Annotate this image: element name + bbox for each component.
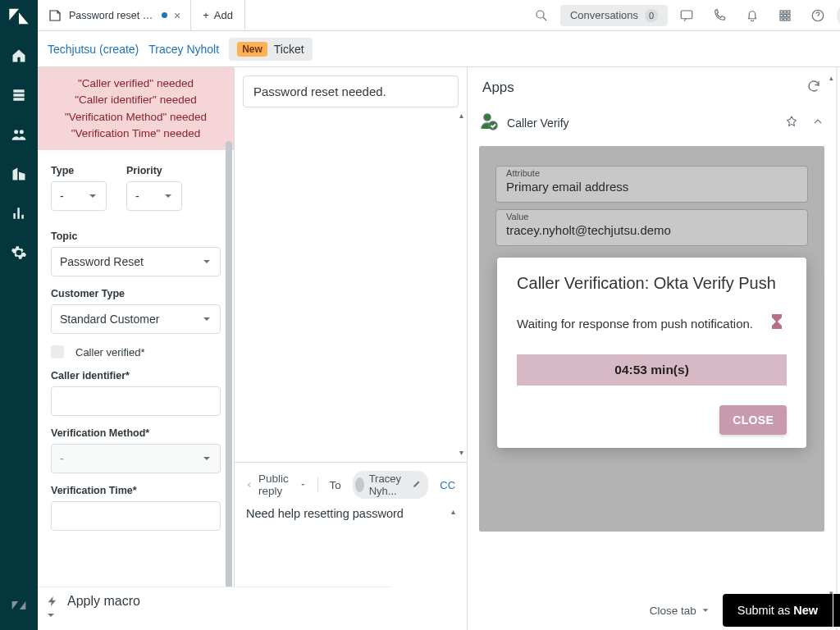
ticket-fields-panel: "Caller verified" needed "Caller identif… [38,67,235,630]
caller-verified-label: Caller verified* [75,346,145,358]
priority-select[interactable]: - [126,181,182,211]
reporting-icon[interactable] [0,197,38,230]
validation-warnings: "Caller verified" needed "Caller identif… [38,67,234,150]
apply-macro-label: Apply macro [67,594,140,609]
svg-rect-3 [784,11,787,13]
search-icon[interactable] [527,2,555,30]
top-header: Password reset need... × + Add Conversat… [38,0,840,31]
verification-time-label: Verification Time* [51,485,221,496]
verification-method-value: - [60,452,64,465]
app-switcher-icon[interactable] [771,2,799,30]
close-tab-label: Close tab [650,605,696,617]
help-icon[interactable] [804,2,832,30]
customers-icon[interactable] [0,118,38,151]
reply-editor[interactable]: Need help resetting password ▴ [246,507,455,597]
chat-icon[interactable] [673,2,701,30]
priority-label: Priority [126,165,182,176]
pin-icon[interactable] [785,115,798,131]
attribute-value: Primary email address [506,180,628,194]
bell-icon[interactable] [738,2,766,30]
plus-icon: + [203,9,209,21]
reply-type-dropdown[interactable]: Public reply [246,472,306,497]
profile-avatar[interactable] [837,3,840,28]
ticket-label: Ticket [274,43,304,56]
reply-text: Need help resetting password [246,507,404,520]
caller-verify-app-icon [479,112,499,135]
ticket-subject-input[interactable]: Password reset needed. [243,75,459,107]
priority-value: - [135,189,139,203]
validation-line: "Verification Time" needed [43,126,229,142]
submit-button[interactable]: Submit as New [723,594,833,627]
customer-type-value: Standard Customer [60,313,159,326]
customer-type-select[interactable]: Standard Customer [51,304,221,334]
type-value: - [60,189,64,203]
attribute-field[interactable]: Attribute Primary email address [495,166,808,203]
edit-icon[interactable] [412,479,422,491]
validation-line: "Caller verified" needed [43,75,229,92]
type-label: Type [51,165,107,176]
svg-point-17 [484,114,491,121]
value-value: tracey.nyholt@techjutsu.demo [506,223,671,237]
views-icon[interactable] [0,79,38,112]
svg-rect-1 [681,11,692,19]
caller-identifier-label: Caller identifier* [51,370,221,381]
verification-modal: Caller Verification: Okta Verify Push Wa… [497,258,806,448]
countdown-timer: 04:53 min(s) [517,354,787,386]
submit-prefix: Submit as [737,604,790,617]
unsaved-dot-icon [162,12,167,18]
close-tab-button[interactable]: Close tab [637,605,723,617]
organizations-icon[interactable] [0,158,38,190]
conversations-count: 0 [645,9,658,22]
collapse-up-icon[interactable]: ▴ [451,507,455,516]
close-tab-icon[interactable]: × [174,10,180,21]
modal-title: Caller Verification: Okta Verify Push [517,274,787,293]
add-tab-label: Add [214,9,233,21]
add-tab-button[interactable]: + Add [191,0,245,30]
caller-identifier-input[interactable] [51,386,221,416]
recipient-chip[interactable]: Tracey Nyh... [353,471,429,499]
verification-method-select[interactable]: - [51,444,221,473]
workspace-tab[interactable]: Password reset need... × [38,0,191,30]
topic-label: Topic [51,231,221,242]
apply-macro-dropdown[interactable]: Apply macro [46,594,382,623]
verification-method-label: Verification Method* [51,427,221,439]
value-legend: Value [506,212,528,221]
breadcrumb-org[interactable]: Techjutsu (create) [48,43,139,56]
app-name: Caller Verify [507,116,568,130]
svg-point-18 [489,121,497,130]
scroll-down-icon[interactable]: ▾ [459,448,463,457]
admin-icon[interactable] [0,236,38,269]
value-field[interactable]: Value tracey.nyholt@techjutsu.demo [495,209,808,246]
macro-footer: Apply macro [38,587,390,630]
cc-button[interactable]: CC [440,479,455,491]
scrollbar-icon[interactable] [226,141,232,619]
modal-wait-text: Waiting for response from push notificat… [517,317,753,331]
refresh-apps-icon[interactable] [806,79,821,97]
divider [317,477,318,492]
caller-verified-checkbox[interactable] [51,345,64,358]
breadcrumbs: Techjutsu (create) Tracey Nyholt New Tic… [38,31,840,67]
phone-icon[interactable] [705,2,733,30]
recipient-name: Tracey Nyh... [369,472,408,497]
breadcrumb-user[interactable]: Tracey Nyholt [148,43,219,56]
topic-value: Password Reset [60,255,144,268]
svg-rect-2 [780,11,783,13]
attribute-legend: Attribute [506,168,540,178]
type-select[interactable]: - [51,181,107,211]
conversations-button[interactable]: Conversations 0 [560,5,668,26]
svg-rect-4 [788,11,790,13]
verification-time-input[interactable] [51,501,221,531]
topic-select[interactable]: Password Reset [51,247,221,276]
validation-line: "Caller identifier" needed [43,92,229,108]
submit-dropdown[interactable] [833,594,840,627]
validation-line: "Verification Method" needed [43,109,229,126]
reply-type-label: Public reply [258,472,295,497]
scroll-up-icon[interactable]: ▴ [459,111,463,120]
breadcrumb-ticket[interactable]: New Ticket [229,38,313,61]
modal-close-button[interactable]: CLOSE [719,405,787,435]
status-badge: New [237,42,267,57]
collapse-icon[interactable] [811,115,824,131]
svg-rect-7 [788,14,790,16]
svg-rect-8 [780,18,783,21]
home-icon[interactable] [0,39,38,72]
